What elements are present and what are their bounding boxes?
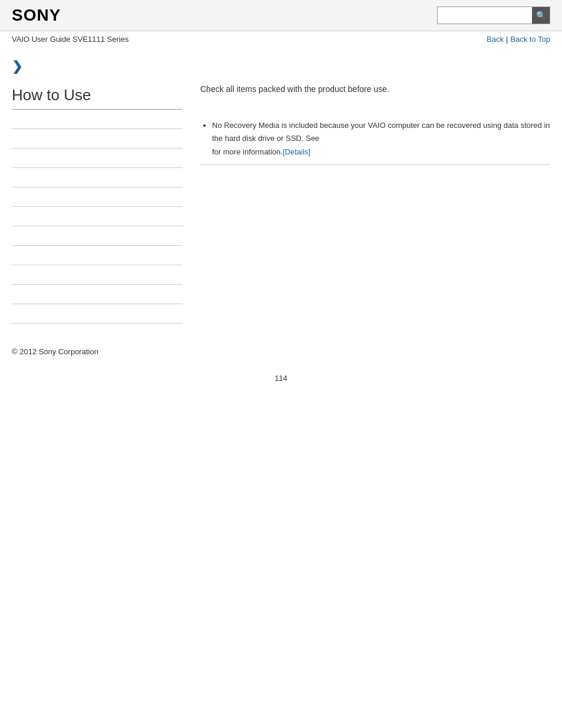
sidebar-nav-link[interactable] [12,212,14,221]
list-item [12,187,183,207]
list-item [12,285,183,304]
page-number: 114 [0,362,562,394]
sidebar-nav-link[interactable] [12,134,14,143]
note-item: No Recovery Media is included because yo… [212,119,550,158]
search-icon: 🔍 [536,11,546,20]
nav-separator: | [506,35,508,44]
note-text: No Recovery Media is included because yo… [212,121,550,156]
list-item [12,265,183,285]
list-item [12,207,183,226]
list-item [12,110,183,129]
back-to-top-link[interactable]: Back to Top [510,35,550,44]
breadcrumb: VAIO User Guide SVE1111 Series [12,35,128,44]
copyright: © 2012 Sony Corporation [12,347,98,356]
content-note: No Recovery Media is included because yo… [200,113,550,164]
sidebar-nav-link[interactable] [12,193,14,202]
search-input[interactable] [438,7,532,24]
sidebar-nav-link[interactable] [12,271,14,279]
list-item [12,168,183,187]
search-container: 🔍 [437,6,550,24]
search-button[interactable]: 🔍 [532,7,550,24]
sidebar-nav-link[interactable] [12,309,14,318]
sidebar-nav-link[interactable] [12,154,14,163]
page-title: How to Use [12,86,183,110]
details-link[interactable]: [Details] [283,147,310,156]
main-content: ❯ How to Use Check all items packed with… [0,47,562,335]
sidebar-nav-link[interactable] [12,251,14,260]
sidebar-nav-link[interactable] [12,290,14,299]
sidebar-nav-link[interactable] [12,173,14,182]
footer: © 2012 Sony Corporation [0,335,562,362]
list-item [12,149,183,168]
list-item [12,304,183,324]
sidebar: ❯ How to Use [12,53,194,324]
nav-links: Back | Back to Top [487,35,550,44]
list-item [12,246,183,265]
header: SONY 🔍 [0,0,562,31]
list-item [12,129,183,149]
back-link[interactable]: Back [487,35,504,44]
content-intro: Check all items packed with the product … [200,83,550,95]
sidebar-nav-link[interactable] [12,232,14,241]
chevron-right-icon: ❯ [12,59,183,74]
sony-logo: SONY [12,6,61,25]
content-area: Check all items packed with the product … [194,53,550,324]
sidebar-nav-link[interactable] [12,115,14,124]
nav-bar: VAIO User Guide SVE1111 Series Back | Ba… [0,31,562,47]
list-item [12,226,183,246]
sidebar-nav-list [12,110,183,324]
